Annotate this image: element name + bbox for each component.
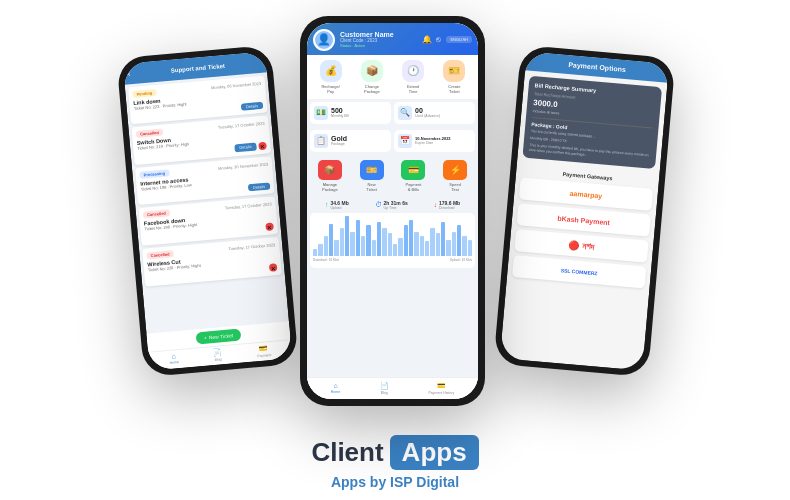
right-phone-screen: Payment Options Bill Recharge Summary To… — [500, 51, 669, 370]
chart-bar — [393, 244, 397, 256]
chart-bar — [318, 244, 322, 256]
ticket-icon: 🎫 — [443, 60, 465, 82]
nav-home[interactable]: ⌂ Home — [169, 352, 179, 366]
chart-bar — [356, 220, 360, 256]
download-arrow-icon: ↓ — [433, 201, 437, 208]
payment-gateways-section: Payment Gateways aamarpay bKash Payment … — [506, 162, 659, 298]
monthly-bill-card: 💵 500 Monthly Bill — [310, 102, 391, 124]
cancel-button[interactable]: ✕ — [269, 263, 278, 272]
support-nav: ⌂ Home 📄 Blog 💳 Payment — [151, 339, 289, 367]
blog-icon: 📄 — [213, 348, 223, 357]
change-package-action[interactable]: 📦 ChangePackage — [361, 60, 383, 94]
nagad-logo: 🔴 নগদ — [568, 239, 594, 252]
upload-stat: ↑ 34.6 Mb Upload — [325, 200, 349, 210]
ticket-date: Tuesday, 17 October 2023 — [218, 120, 265, 129]
chart-bar — [372, 240, 376, 256]
create-ticket-action[interactable]: 🎫 CreateTicket — [443, 60, 465, 94]
home-icon: ⌂ — [333, 382, 337, 389]
nav-payment[interactable]: 💳 Payment — [257, 344, 272, 358]
details-button[interactable]: Details — [248, 182, 271, 191]
support-footer: + New Ticket ⌂ Home 📄 Blog 💳 — [146, 321, 292, 370]
status-badge: Processing — [139, 169, 169, 179]
header-info: Customer Name Client Code : 2023 Status … — [340, 31, 417, 48]
chart-bar — [334, 240, 338, 256]
speed-icon: ⚡ — [443, 160, 467, 180]
calendar-icon: 📅 — [398, 134, 412, 148]
ticket-date: Monday, 30 November 2023 — [218, 161, 268, 170]
chart-labels: Download : 10 Kb/s Upload : 10 Kb/s — [313, 258, 472, 262]
extend-time-action[interactable]: 🕐 ExtendTime — [402, 60, 424, 94]
details-button[interactable]: Details — [241, 101, 264, 110]
chart-bar — [441, 222, 445, 256]
brand-title: Client Apps — [311, 435, 478, 470]
uptime-stat: ⏱ 2h 31m 6s Up Time — [375, 200, 408, 210]
payment-icon: 💳 — [259, 344, 269, 353]
status-badge: Cancelled — [143, 209, 170, 218]
brand-client-label: Client — [311, 437, 383, 468]
monthly-bill-label: Monthly Bill — [331, 114, 349, 118]
nav-blog[interactable]: 📄 Blog — [380, 382, 389, 395]
ticket-date: Monday, 06 November 2023 — [211, 80, 261, 89]
bell-icon[interactable]: 🔔 — [422, 35, 432, 44]
package-card: 📋 Gold Package — [310, 130, 391, 152]
used-advance-value: 00 — [415, 107, 440, 114]
speed-test-btn[interactable]: ⚡ SpeedTest — [435, 160, 475, 192]
payment-title: Payment Options — [531, 57, 664, 76]
chart-area: Download : 10 Kb/s Upload : 10 Kb/s — [310, 213, 475, 268]
left-phone: ‹ Support and Ticket Pending Monday, 06 … — [116, 44, 298, 376]
center-phone: 👤 Customer Name Client Code : 2023 Statu… — [300, 16, 485, 406]
info-cards-2: 📋 Gold Package 📅 10-November-2023 Expire… — [307, 127, 478, 155]
support-screen: ‹ Support and Ticket Pending Monday, 06 … — [123, 51, 292, 370]
language-badge[interactable]: ENGLISH — [446, 36, 472, 43]
expire-date-label: Expire Date — [415, 141, 451, 145]
chart-bar — [430, 228, 434, 256]
plus-icon: + — [204, 334, 207, 340]
package-icon: 📋 — [314, 134, 328, 148]
back-arrow-icon[interactable]: ‹ — [127, 69, 130, 78]
upload-arrow-icon: ↑ — [325, 201, 329, 208]
customer-name: Customer Name — [340, 31, 417, 38]
chart-bars — [313, 216, 472, 256]
nav-home[interactable]: ⌂ Home — [331, 382, 340, 395]
nav-payment-history[interactable]: 💳 Payment History — [428, 382, 454, 395]
uptime-value: 2h 31m 6s — [384, 200, 408, 206]
cancel-button[interactable]: ✕ — [265, 222, 274, 231]
chart-bar — [313, 249, 317, 255]
nav-blog[interactable]: 📄 Blog — [213, 348, 223, 362]
chart-bar — [377, 222, 381, 256]
avatar: 👤 — [313, 29, 335, 51]
chart-bar — [345, 216, 349, 256]
main-header: 👤 Customer Name Client Code : 2023 Statu… — [307, 23, 478, 55]
bill-icon: 💵 — [314, 106, 328, 120]
speed-info-row: ↑ 34.6 Mb Upload ⏱ 2h 31m 6s Up Time — [307, 197, 478, 213]
brand-subtitle: Apps by ISP Digital — [331, 474, 459, 490]
chart-bar — [420, 236, 424, 256]
chart-bar — [388, 233, 392, 255]
chart-upload-label: Upload : 10 Kb/s — [450, 258, 472, 262]
logout-icon[interactable]: ⎋ — [436, 35, 441, 44]
aamarpay-logo: aamarpay — [569, 189, 602, 199]
used-advance-label: Used (Advance) — [415, 114, 440, 118]
details-button[interactable]: Details — [234, 142, 257, 152]
quick-actions: 💰 Recharge/Pay 📦 ChangePackage 🕐 ExtendT… — [307, 55, 478, 99]
payment-bills-btn[interactable]: 💳 Payment& Bills — [394, 160, 434, 192]
download-label: Download — [439, 206, 460, 210]
ticket-date: Tuesday, 17 October 2023 — [228, 242, 275, 251]
brand-company: ISP Digital — [390, 474, 459, 490]
download-value: 179.6 Mb — [439, 200, 460, 206]
status-badge: Cancelled — [136, 128, 163, 137]
new-ticket-button[interactable]: + New Ticket — [195, 328, 241, 344]
home-icon: ⌂ — [171, 352, 176, 359]
upload-label: Upload — [330, 206, 348, 210]
new-ticket-btn[interactable]: 🎫 NewTicket — [352, 160, 392, 192]
recharge-action[interactable]: 💰 Recharge/Pay — [320, 60, 342, 94]
cancel-button[interactable]: ✕ — [258, 141, 267, 150]
download-stat: ↓ 179.6 Mb Download — [433, 200, 460, 210]
info-cards: 💵 500 Monthly Bill 🔍 00 Used (Advance) — [307, 99, 478, 127]
uptime-icon: ⏱ — [375, 201, 382, 208]
chart-download-label: Download : 10 Kb/s — [313, 258, 339, 262]
brand-apps-badge: Apps — [390, 435, 479, 470]
right-phone: Payment Options Bill Recharge Summary To… — [493, 44, 675, 376]
manage-package-btn[interactable]: 📦 ManagePackage — [310, 160, 350, 192]
main-footer: ⌂ Home 📄 Blog 💳 Payment History — [307, 377, 478, 399]
